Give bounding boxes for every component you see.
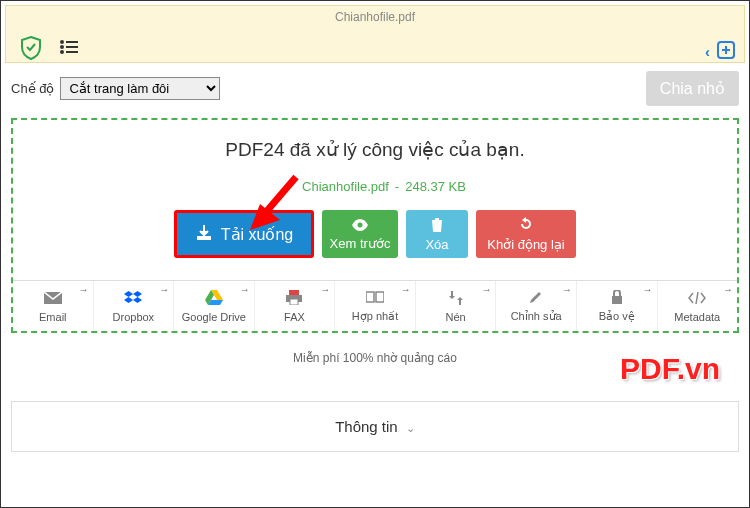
code-icon [688,290,706,306]
action-row: → Email → Dropbox → Google Drive → FAX →… [13,280,737,331]
action-gdrive[interactable]: → Google Drive [174,281,255,331]
dropbox-icon [124,290,142,306]
arrow-icon: → [481,284,491,295]
result-filesize: 248.37 KB [405,179,466,194]
svg-point-0 [60,40,64,44]
split-button[interactable]: Chia nhỏ [646,71,739,106]
action-dropbox[interactable]: → Dropbox [94,281,175,331]
file-line: Chianhofile.pdf - 248.37 KB [13,179,737,194]
svg-rect-14 [376,292,384,302]
svg-rect-10 [289,290,299,295]
restart-icon [518,216,534,235]
fax-icon [286,290,302,306]
add-page-icon[interactable] [716,40,736,63]
action-merge[interactable]: → Hợp nhất [335,281,416,331]
svg-rect-13 [366,292,374,302]
svg-rect-15 [612,296,622,304]
button-row: Tải xuống Xem trước Xóa Khởi động lại [13,210,737,258]
arrow-icon: → [320,284,330,295]
edit-icon [529,289,543,305]
action-protect[interactable]: → Bảo vệ [577,281,658,331]
lock-icon [611,289,623,305]
preview-button[interactable]: Xem trước [322,210,398,258]
svg-rect-1 [66,41,78,43]
mode-row: Chế độ Cắt trang làm đôi Chia nhỏ [1,63,749,114]
shield-icon[interactable] [20,36,42,63]
action-email[interactable]: → Email [13,281,94,331]
action-edit[interactable]: → Chỉnh sửa [496,281,577,331]
merge-icon [366,289,384,305]
ad-text: Miễn phí 100% nhờ quảng cáo [1,351,749,365]
svg-rect-12 [290,299,298,305]
trash-icon [430,217,444,235]
restart-button[interactable]: Khởi động lại [476,210,576,258]
action-compress[interactable]: → Nén [416,281,497,331]
arrow-icon: → [562,284,572,295]
action-fax[interactable]: → FAX [255,281,336,331]
arrow-icon: → [159,284,169,295]
arrow-icon: → [401,284,411,295]
email-icon [44,290,62,306]
arrow-icon: → [643,284,653,295]
result-title: PDF24 đã xử lý công việc của bạn. [13,138,737,161]
chevron-left-icon[interactable]: ‹ [705,43,710,60]
svg-rect-5 [66,51,78,53]
mode-select[interactable]: Cắt trang làm đôi [60,77,220,100]
result-panel: PDF24 đã xử lý công việc của bạn. Chianh… [11,118,739,333]
header-bar: Chianhofile.pdf ‹ [5,5,745,63]
download-button[interactable]: Tải xuống [174,210,314,258]
eye-icon [351,217,369,234]
list-icon[interactable] [60,40,78,57]
header-filename: Chianhofile.pdf [6,6,744,24]
arrow-icon: → [723,284,733,295]
svg-point-2 [60,45,64,49]
download-icon [195,223,213,245]
action-metadata[interactable]: → Metadata [658,281,738,331]
result-filename[interactable]: Chianhofile.pdf [302,179,389,194]
chevron-down-icon: ⌄ [406,422,415,434]
svg-point-4 [60,50,64,54]
svg-rect-3 [66,46,78,48]
mode-label: Chế độ [11,81,54,96]
compress-icon [449,290,463,306]
gdrive-icon [205,290,223,306]
arrow-icon: → [240,284,250,295]
svg-point-8 [358,223,363,228]
arrow-icon: → [79,284,89,295]
pencil-icon[interactable] [284,179,296,194]
delete-button[interactable]: Xóa [406,210,468,258]
info-toggle[interactable]: Thông tin ⌄ [11,401,739,452]
